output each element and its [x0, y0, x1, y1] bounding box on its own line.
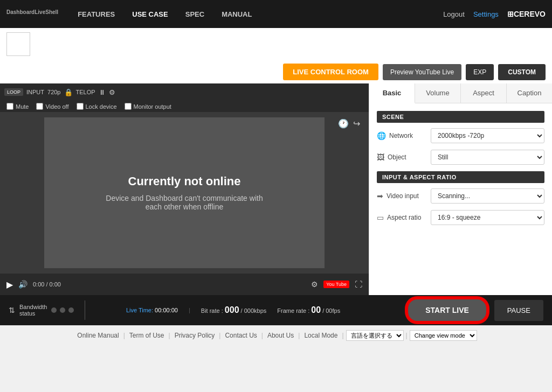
- live-control-room-button[interactable]: LIVE CONTROL ROOM: [283, 64, 378, 80]
- telop-label: TELOP: [76, 89, 95, 95]
- forward-icon[interactable]: ↪: [353, 118, 360, 129]
- input-aspect-header: INPUT & ASPECT RATIO: [377, 171, 544, 183]
- bit-rate-label: Bit rate :: [201, 307, 223, 314]
- footer-local-mode[interactable]: Local Mode: [300, 332, 342, 339]
- footer-contact-us[interactable]: Contact Us: [220, 332, 261, 339]
- video-offline-sub: Device and Dashboard can't communicate w…: [106, 194, 263, 211]
- video-off-input[interactable]: [36, 103, 43, 110]
- video-bottom-bar: ▶ 🔊 0:00 / 0:00 ⚙ You Tube ⛶: [0, 274, 369, 295]
- language-select[interactable]: 言語を選択する: [346, 330, 404, 341]
- nav-items: FEATURES USE CASE SPEC MANUAL: [69, 0, 260, 28]
- tab-aspect[interactable]: Aspect: [461, 83, 507, 103]
- nav-brand-text: Dashboard: [6, 9, 34, 15]
- network-row: 🌐 Network 2000kbps -720p 1000kbps -480p …: [377, 128, 544, 143]
- monitor-output-label: Monitor output: [134, 103, 171, 110]
- youtube-badge[interactable]: You Tube: [323, 281, 349, 288]
- settings-link[interactable]: Settings: [473, 10, 499, 18]
- bandwidth-dots: [51, 307, 74, 313]
- clock-icon: 🕐: [338, 118, 349, 129]
- bit-rate-value: 000: [225, 305, 239, 314]
- network-label-text: Network: [389, 132, 413, 139]
- network-label: 🌐 Network: [377, 131, 431, 140]
- footer-about-us[interactable]: About Us: [263, 332, 298, 339]
- pause-button[interactable]: PAUSE: [494, 300, 543, 321]
- nav-brand: DashboardLiveShell: [6, 9, 58, 19]
- resolution-label: 720p: [47, 89, 60, 95]
- dot-2: [60, 307, 65, 313]
- aspect-ratio-label-text: Aspect ratio: [387, 214, 421, 221]
- status-metrics: Live Time: 00:00:00 | Bit rate : 000 / 0…: [126, 305, 340, 315]
- video-input-label-text: Video input: [387, 192, 419, 200]
- dot-3: [68, 307, 74, 313]
- frame-rate-metric: Frame rate : 00 / 00fps: [277, 305, 340, 315]
- main-content: LOOP INPUT 720p 🔒 TELOP ⏸ ⚙ Mute Video o…: [0, 83, 552, 325]
- video-player-wrap: LOOP INPUT 720p 🔒 TELOP ⏸ ⚙ Mute Video o…: [0, 83, 369, 295]
- lock-device-label: Lock device: [86, 103, 117, 110]
- nav-right: Logout Settings ⊞CEREVO: [443, 10, 546, 18]
- fullscreen-button[interactable]: ⛶: [355, 280, 362, 289]
- video-controls-bar: Mute Video off Lock device Monitor outpu…: [0, 101, 369, 112]
- lock-icon[interactable]: 🔒: [64, 88, 73, 96]
- nav-item-manual[interactable]: MANUAL: [213, 0, 260, 28]
- video-input-select[interactable]: Scanning... HDMI SDI: [431, 188, 544, 204]
- settings-icon[interactable]: ⚙: [109, 88, 115, 96]
- video-toolbar: LOOP INPUT 720p 🔒 TELOP ⏸ ⚙: [0, 83, 369, 101]
- lock-device-checkbox[interactable]: Lock device: [77, 103, 117, 110]
- footer-privacy-policy[interactable]: Privacy Policy: [170, 332, 219, 339]
- live-time-text: Live Time:: [126, 307, 153, 313]
- frame-rate-value: 00: [311, 305, 321, 314]
- tab-volume[interactable]: Volume: [415, 83, 461, 103]
- monitor-output-input[interactable]: [125, 103, 132, 110]
- pause-icon[interactable]: ⏸: [99, 88, 106, 96]
- video-timestamp: 🕐 ↪: [338, 118, 360, 129]
- object-row: 🖼 Object Still Motion Text: [377, 150, 544, 165]
- frame-rate-unit: / 00fps: [322, 307, 340, 314]
- lock-device-input[interactable]: [77, 103, 84, 110]
- navigation: DashboardLiveShell FEATURES USE CASE SPE…: [0, 0, 552, 28]
- volume-button[interactable]: 🔊: [18, 280, 27, 289]
- logout-link[interactable]: Logout: [443, 10, 465, 18]
- control-bar: LIVE CONTROL ROOM Preview YouTube Live E…: [0, 60, 552, 83]
- play-button[interactable]: ▶: [6, 279, 13, 290]
- bandwidth-label: Bandwidthstatus: [19, 304, 47, 317]
- custom-button[interactable]: CUSTOM: [498, 64, 546, 80]
- aspect-ratio-select[interactable]: 16:9 - squeeze 4:3 16:9 - letterbox: [431, 210, 544, 225]
- mute-checkbox[interactable]: Mute: [6, 103, 29, 110]
- footer-term-of-use[interactable]: Term of Use: [125, 332, 169, 339]
- video-section: LOOP INPUT 720p 🔒 TELOP ⏸ ⚙ Mute Video o…: [0, 83, 552, 295]
- object-label-text: Object: [388, 153, 406, 161]
- dot-1: [51, 307, 57, 313]
- top-area: [0, 28, 552, 60]
- nav-item-usecase[interactable]: USE CASE: [123, 0, 176, 28]
- aspect-ratio-row: ▭ Aspect ratio 16:9 - squeeze 4:3 16:9 -…: [377, 210, 544, 225]
- monitor-output-checkbox[interactable]: Monitor output: [125, 103, 171, 110]
- time-display: 0:00 / 0:00: [33, 281, 61, 288]
- preview-youtube-button[interactable]: Preview YouTube Live: [383, 64, 461, 80]
- exp-button[interactable]: EXP: [466, 64, 494, 80]
- video-settings-button[interactable]: ⚙: [311, 280, 318, 289]
- view-mode-select[interactable]: Change view mode: [410, 330, 477, 341]
- start-live-button[interactable]: START LIVE: [406, 298, 488, 323]
- start-live-wrap: START LIVE: [406, 298, 488, 323]
- panel-tabs: Basic Volume Aspect Caption: [369, 83, 552, 103]
- loop-badge: LOOP: [4, 88, 23, 96]
- bit-rate-metric: Bit rate : 000 / 000kbps: [201, 305, 267, 315]
- video-offline-title: Currently not online: [128, 174, 241, 188]
- scene-header: SCENE: [377, 111, 544, 123]
- bandwidth-section: ⇅ Bandwidthstatus: [9, 304, 74, 317]
- input-label: INPUT: [26, 89, 44, 95]
- tab-caption[interactable]: Caption: [507, 83, 552, 103]
- nav-brand-super: LiveShell: [34, 9, 58, 15]
- mute-input[interactable]: [6, 103, 13, 110]
- object-select[interactable]: Still Motion Text: [431, 150, 544, 165]
- tab-basic[interactable]: Basic: [369, 83, 415, 103]
- object-icon: 🖼: [377, 153, 384, 162]
- nav-item-spec[interactable]: SPEC: [177, 0, 213, 28]
- video-input-row: ➡ Video input Scanning... HDMI SDI: [377, 188, 544, 204]
- footer-online-manual[interactable]: Online Manual: [73, 332, 123, 339]
- panel-body: SCENE 🌐 Network 2000kbps -720p 1000kbps …: [369, 103, 552, 239]
- network-select[interactable]: 2000kbps -720p 1000kbps -480p 500kbps -3…: [431, 128, 544, 143]
- video-off-checkbox[interactable]: Video off: [36, 103, 68, 110]
- nav-item-features[interactable]: FEATURES: [69, 0, 123, 28]
- status-bar: ⇅ Bandwidthstatus Live Time: 00:00:00 | …: [0, 295, 552, 325]
